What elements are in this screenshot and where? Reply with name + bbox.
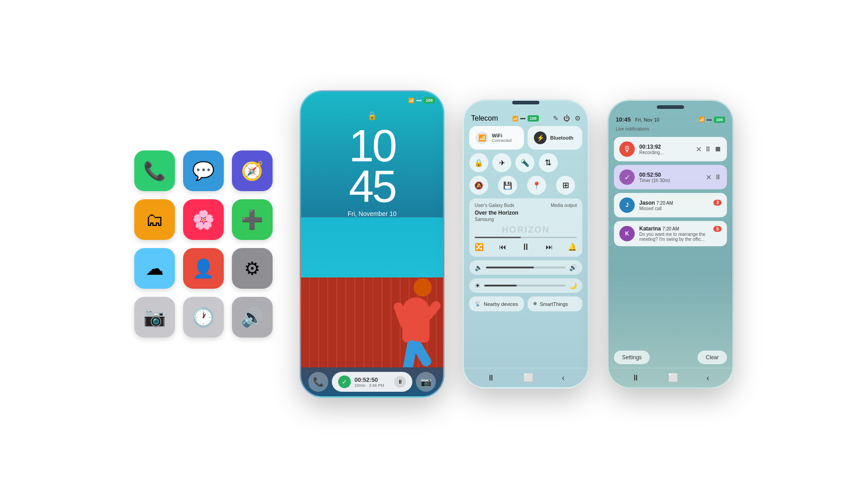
wifi-sublabel: Connected — [492, 138, 512, 143]
app-icon-files[interactable]: 🗂 — [134, 199, 175, 240]
app-icon-safari[interactable]: 🧭 — [232, 150, 273, 191]
app-icon-messages[interactable]: 💬 — [183, 150, 224, 191]
cc-save-btn[interactable]: 💾 — [498, 176, 517, 195]
notif-katarina-card[interactable]: K Katarina 7:20 AM 5 Do you want me to r… — [614, 221, 727, 246]
figure-body — [402, 297, 429, 343]
recording-close-btn[interactable]: ✕ — [696, 145, 702, 154]
cc-location-btn[interactable]: 📍 — [527, 176, 546, 195]
cc-grid-btn[interactable]: ⊞ — [556, 176, 575, 195]
app-icon-flower[interactable]: 🌸 — [183, 199, 224, 240]
app-icon-clock[interactable]: 🕐 — [183, 297, 224, 338]
app-icon-camera[interactable]: 📷 — [134, 297, 175, 338]
cc-bottom-buttons: 📡 Nearby devices ❄ SmartThings — [464, 296, 588, 311]
app-icon-calculator[interactable]: ➕ — [232, 199, 273, 240]
katarina-body: Katarina 7:20 AM 5 Do you want me to rea… — [639, 225, 722, 242]
timer-pill[interactable]: ✓ 00:52:50 10min · 3:46 PM ⏸ — [332, 372, 412, 392]
cc-airplane-btn[interactable]: ✈ — [492, 153, 511, 172]
notif-notch — [657, 105, 684, 109]
cc-torch-btn[interactable]: 🔦 — [515, 153, 534, 172]
cc-icon-row-2: 🔕 💾 📍 ⊞ — [464, 176, 588, 195]
notif-status-bar: 10:45 Fri, Nov 10 📶 ▪▪▪ 100 — [609, 111, 732, 125]
cc-navigation-bar: ⏸ ⬜ ‹ — [464, 368, 588, 387]
app-icon-cloud[interactable]: ☁ — [134, 248, 175, 289]
notif-nav-recent[interactable]: ⏸ — [632, 373, 640, 383]
cc-volume-slider[interactable]: 🔈 🔊 — [469, 260, 582, 275]
app-icon-speaker[interactable]: 🔊 — [232, 297, 273, 338]
notif-nav-back[interactable]: ‹ — [707, 373, 709, 383]
jason-badge: 3 — [713, 200, 722, 206]
notif-nav-home[interactable]: ⬜ — [668, 373, 678, 383]
timer-close-btn[interactable]: ✕ — [706, 173, 712, 182]
cc-media-watermark: HORIZON — [475, 225, 577, 235]
cc-brightness-icon: ☀ — [475, 282, 481, 289]
cc-volume-max-icon: 🔊 — [569, 264, 577, 271]
katarina-badge: 5 — [713, 226, 722, 232]
notif-settings-btn[interactable]: Settings — [614, 351, 650, 364]
timer-notif-icon: ✓ — [619, 169, 635, 185]
wifi-label: WiFi — [492, 133, 512, 138]
live-notifications-label: Live notifications — [616, 127, 725, 131]
cc-nav-back[interactable]: ‹ — [562, 373, 565, 383]
camera-quick-button[interactable]: 📷 — [416, 372, 436, 392]
cc-brightness-slider[interactable]: ☀ 🌙 — [469, 278, 582, 293]
cc-header: Telecom 📶 ▪▪▪ 100 ✎ ⏻ ⚙ — [464, 108, 588, 126]
cc-edit-icon[interactable]: ✎ — [553, 114, 559, 122]
cc-bluetooth-toggle[interactable]: ⚡ Bluetooth — [528, 126, 582, 150]
lock-date: Fri, November 10 — [348, 210, 396, 217]
wallpaper-image — [301, 217, 443, 367]
cc-power-icon[interactable]: ⏻ — [563, 114, 570, 122]
timer-pause-btn[interactable]: ⏸ — [714, 173, 722, 182]
app-icon-contacts[interactable]: 👤 — [183, 248, 224, 289]
cc-nearby-icon: 📡 — [475, 301, 481, 307]
app-icon-settings[interactable]: ⚙ — [232, 248, 273, 289]
cc-media-next[interactable]: ⏭ — [546, 243, 553, 251]
cc-nearby-devices-btn[interactable]: 📡 Nearby devices — [469, 296, 524, 311]
cc-media-title: Over the Horizon — [475, 210, 577, 216]
cc-settings-icon[interactable]: ⚙ — [575, 114, 580, 122]
notif-recording-card[interactable]: 🎙 00:13:92 Recording... ✕ ⏸ ⏹ — [614, 137, 727, 161]
cc-media-output-label: Media output — [551, 203, 577, 208]
recording-stop-btn[interactable]: ⏹ — [714, 145, 722, 154]
cc-media-progress — [475, 237, 577, 238]
timer-pause-button[interactable]: ⏸ — [394, 376, 406, 388]
app-grid: 📞💬🧭🗂🌸➕☁👤⚙📷🕐🔊 — [134, 150, 273, 338]
time-display: 10 45 — [349, 125, 395, 206]
notif-live-header: Live notifications — [609, 125, 732, 137]
cc-media-shuffle[interactable]: 🔀 — [475, 243, 484, 251]
cc-nav-home[interactable]: ⬜ — [524, 373, 533, 383]
cc-nav-recent[interactable]: ⏸ — [487, 373, 495, 383]
recording-time: 00:13:92 — [639, 144, 691, 150]
timer-info: 00:52:50 10min · 3:46 PM — [354, 376, 391, 388]
timer-icon: ✓ — [338, 375, 351, 388]
wifi-status: 📶 — [408, 98, 415, 103]
time-minute: 45 — [349, 166, 395, 206]
recording-pause-btn[interactable]: ⏸ — [704, 145, 712, 154]
cc-smartthings-icon: ❄ — [533, 301, 537, 307]
cc-media-header: User's Galaxy Buds Media output — [475, 203, 577, 208]
cc-nearby-label: Nearby devices — [484, 301, 518, 307]
cc-rotate-btn[interactable]: 🔒 — [469, 153, 488, 172]
phone-quick-button[interactable]: 📞 — [308, 372, 328, 392]
jason-avatar: J — [619, 197, 635, 213]
katarina-name: Katarina 7:20 AM — [639, 225, 679, 232]
cc-smartthings-label: SmartThings — [540, 301, 568, 307]
cc-media-prev[interactable]: ⏮ — [499, 243, 506, 251]
notif-timer-card[interactable]: ✓ 00:52:50 Timer (1h 30m) ✕ ⏸ — [614, 165, 727, 189]
cc-media-more[interactable]: 🔔 — [568, 243, 577, 251]
app-icon-phone[interactable]: 📞 — [134, 150, 175, 191]
katarina-header: Katarina 7:20 AM 5 — [639, 225, 722, 232]
recording-icon: 🎙 — [619, 141, 635, 157]
cc-smartthings-btn[interactable]: ❄ SmartThings — [528, 296, 582, 311]
recording-actions: ✕ ⏸ ⏹ — [696, 145, 722, 154]
notif-jason-card[interactable]: J Jason 7:20 AM 3 Missed call — [614, 193, 727, 217]
notif-clear-btn[interactable]: Clear — [698, 351, 727, 364]
person-figure — [402, 278, 429, 343]
cc-media-playpause[interactable]: ⏸ — [521, 242, 530, 252]
cc-wifi-toggle[interactable]: 📶 WiFi Connected — [469, 126, 524, 150]
cc-dnd-btn[interactable]: 🔕 — [469, 176, 488, 195]
cc-action-icons: ✎ ⏻ ⚙ — [553, 114, 580, 122]
cc-toggle-grid: 📶 WiFi Connected ⚡ Bluetooth — [464, 126, 588, 150]
cc-sync-btn[interactable]: ⇅ — [539, 153, 558, 172]
bluetooth-label: Bluetooth — [550, 135, 573, 141]
wifi-toggle-icon: 📶 — [476, 131, 488, 144]
